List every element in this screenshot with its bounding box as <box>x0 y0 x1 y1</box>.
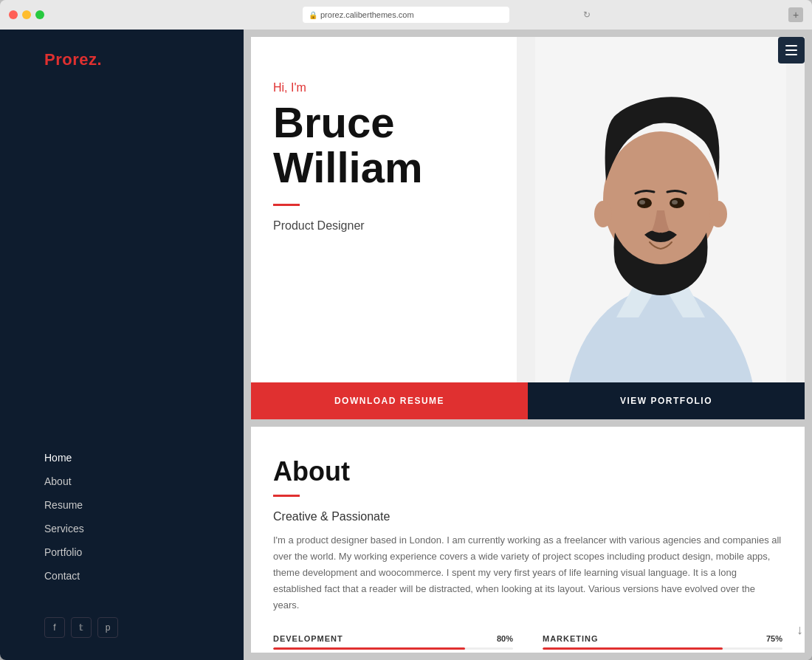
url-bar[interactable]: 🔒 prorez.caliberthemes.com <box>303 7 509 23</box>
hamburger-line-2 <box>785 49 797 51</box>
person-illustration <box>517 37 805 382</box>
hero-name-line2: William <box>273 143 423 191</box>
pinterest-icon: p <box>106 622 111 633</box>
main-content: Hi, I'm Bruce William Product Designer <box>244 30 812 660</box>
page-container: Hi, I'm Bruce William Product Designer <box>244 37 805 653</box>
hero-name-line1: Bruce <box>273 98 394 146</box>
sidebar: Prorez. Home About Resume Services Portf… <box>0 30 244 660</box>
traffic-lights <box>9 10 44 19</box>
social-links: f 𝕥 p <box>0 617 244 638</box>
svg-point-8 <box>594 201 612 227</box>
about-title: About <box>273 456 782 487</box>
skill-development-fill <box>273 647 465 650</box>
facebook-button[interactable]: f <box>44 617 65 638</box>
download-resume-button[interactable]: DOWNLOAD RESUME <box>251 382 528 419</box>
hero-content: Hi, I'm Bruce William Product Designer <box>251 37 556 233</box>
skill-development-track <box>273 647 513 650</box>
cta-row: DOWNLOAD RESUME VIEW PORTFOLIO <box>251 382 805 419</box>
nav-item-about[interactable]: About <box>44 470 244 493</box>
about-section: About Creative & Passionate I'm a produc… <box>251 427 805 653</box>
scroll-down-indicator[interactable]: ↓ <box>796 622 803 638</box>
titlebar: 🔒 prorez.caliberthemes.com ↻ + <box>0 0 812 30</box>
browser-content: Prorez. Home About Resume Services Portf… <box>0 30 812 660</box>
skill-marketing: MARKETING 75% <box>543 634 782 650</box>
reload-icon[interactable]: ↻ <box>583 10 591 20</box>
pinterest-button[interactable]: p <box>97 617 118 638</box>
lock-icon: 🔒 <box>309 11 317 19</box>
skills-row: DEVELOPMENT 80% MARKETING 75% <box>273 634 782 650</box>
browser-window: 🔒 prorez.caliberthemes.com ↻ + Prorez. H… <box>0 0 812 660</box>
skill-marketing-header: MARKETING 75% <box>543 634 782 643</box>
skill-marketing-name: MARKETING <box>543 634 599 643</box>
nav-item-resume[interactable]: Resume <box>44 493 244 517</box>
nav-menu: Home About Resume Services Portfolio Con… <box>0 446 244 595</box>
nav-item-contact[interactable]: Contact <box>44 564 244 588</box>
hero-name: Bruce William <box>273 100 556 190</box>
hero-divider <box>273 204 300 206</box>
logo-text: Prorez <box>44 50 97 69</box>
about-subtitle: Creative & Passionate <box>273 510 782 523</box>
skill-marketing-fill <box>543 647 723 650</box>
hamburger-button[interactable] <box>778 37 805 63</box>
svg-point-7 <box>672 200 678 204</box>
skill-development-name: DEVELOPMENT <box>273 634 343 643</box>
svg-point-9 <box>709 201 727 227</box>
nav-item-services[interactable]: Services <box>44 517 244 540</box>
svg-point-6 <box>639 200 645 204</box>
skill-development: DEVELOPMENT 80% <box>273 634 513 650</box>
skill-marketing-pct: 75% <box>766 634 782 643</box>
url-text: prorez.caliberthemes.com <box>320 10 414 19</box>
about-body: I'm a product designer based in London. … <box>273 532 782 613</box>
hero-title: Product Designer <box>273 219 556 233</box>
maximize-button[interactable] <box>35 10 44 19</box>
new-tab-button[interactable]: + <box>788 7 803 22</box>
skill-marketing-track <box>543 647 782 650</box>
logo: Prorez. <box>0 30 244 69</box>
hero-photo <box>517 37 805 382</box>
skill-development-pct: 80% <box>497 634 513 643</box>
twitter-button[interactable]: 𝕥 <box>71 617 92 638</box>
view-portfolio-button[interactable]: VIEW PORTFOLIO <box>528 382 805 419</box>
hamburger-line-1 <box>785 45 797 47</box>
nav-item-home[interactable]: Home <box>44 446 244 470</box>
minimize-button[interactable] <box>22 10 31 19</box>
hamburger-line-3 <box>785 54 797 55</box>
about-divider <box>273 495 300 497</box>
hero-section: Hi, I'm Bruce William Product Designer <box>251 37 805 382</box>
facebook-icon: f <box>53 622 55 633</box>
close-button[interactable] <box>9 10 18 19</box>
twitter-icon: 𝕥 <box>79 622 83 633</box>
hero-greeting: Hi, I'm <box>273 81 556 94</box>
skill-development-header: DEVELOPMENT 80% <box>273 634 513 643</box>
logo-dot: . <box>97 50 102 69</box>
nav-item-portfolio[interactable]: Portfolio <box>44 540 244 564</box>
